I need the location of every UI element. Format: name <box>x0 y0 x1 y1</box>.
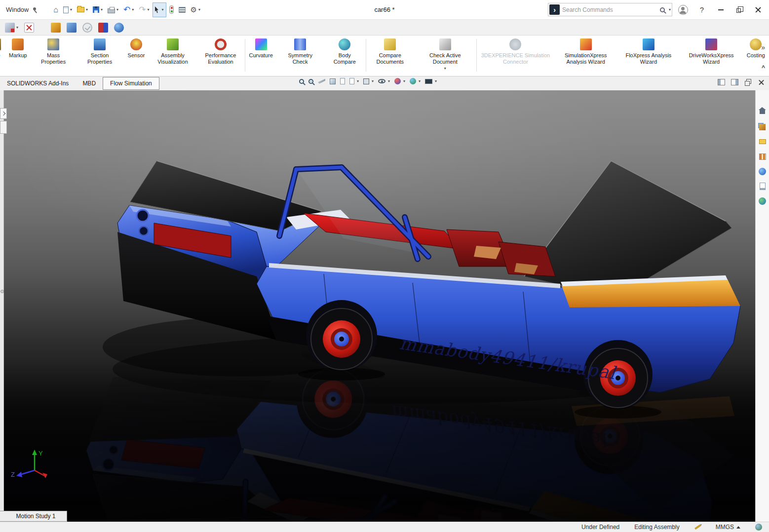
open-button[interactable]: ▾ <box>75 2 90 17</box>
new-view-button[interactable]: ▾ <box>349 78 359 84</box>
save-button[interactable]: ▾ <box>91 2 105 17</box>
ribbon-item-symmetry-check[interactable]: Symmetry Check <box>277 36 324 65</box>
options-button[interactable]: ⚙▾ <box>189 2 202 17</box>
undo-icon: ↶ <box>123 5 130 14</box>
view-orientation-button[interactable] <box>330 78 336 84</box>
task-pane-toolbox-button[interactable] <box>757 121 769 133</box>
close-button[interactable] <box>750 2 766 18</box>
section-view-button[interactable] <box>318 79 325 84</box>
view-orientation-icon <box>330 78 336 84</box>
compare-tool-button[interactable] <box>96 20 110 35</box>
task-pane-resources-button[interactable] <box>757 195 769 207</box>
next-pane-button[interactable] <box>731 79 738 85</box>
task-pane-home-button[interactable] <box>757 106 769 118</box>
zoom-fit-icon <box>299 79 304 84</box>
left-panel-tab[interactable] <box>0 121 7 134</box>
ribbon-item-performance-evaluation[interactable]: Performance Evaluation <box>197 36 245 65</box>
delete-tool-button[interactable] <box>22 20 36 35</box>
appearance-globe-icon <box>759 168 766 175</box>
units-selector[interactable]: MMGS <box>716 524 740 531</box>
ribbon-item-check-active-document[interactable]: Check Active Document▾ <box>414 36 476 71</box>
ribbon-item-assembly-visualization[interactable]: Assembly Visualization <box>149 36 196 65</box>
motion-study-tab[interactable]: Motion Study 1 <box>0 511 67 522</box>
tab-solidworks-add-ins[interactable]: SOLIDWORKS Add-Ins <box>0 77 76 90</box>
search-icon[interactable] <box>660 7 665 12</box>
edit-appearance-button[interactable]: ▾ <box>394 78 405 84</box>
account-button[interactable] <box>675 2 691 18</box>
list-icon <box>179 7 186 13</box>
tab-mbd[interactable]: MBD <box>76 77 103 90</box>
window-menu[interactable]: Window <box>6 6 29 13</box>
print-button[interactable]: ▾ <box>106 2 120 17</box>
home-button[interactable]: ⌂ <box>51 2 60 17</box>
task-pane-appearances-button[interactable] <box>757 165 769 177</box>
ribbon-item-compare-documents[interactable]: Compare Documents <box>366 36 414 65</box>
undo-button[interactable]: ↶▾ <box>121 2 136 17</box>
redo-button[interactable]: ↷▾ <box>137 2 151 17</box>
ribbon-item-floxpress-wizard[interactable]: FloXpress Analysis Wizard <box>617 36 680 65</box>
restore-pane-button[interactable] <box>744 79 752 85</box>
task-list-button[interactable] <box>177 2 188 17</box>
ribbon-item-curvature[interactable]: Curvature <box>245 36 276 59</box>
splitter-handle[interactable] <box>0 290 4 293</box>
chevron-up-icon <box>736 526 740 529</box>
restore-button[interactable] <box>731 2 747 18</box>
3d-model-canvas[interactable]: mmabody49411/krupal Y Z <box>4 90 755 522</box>
ribbon-item-simulationxpress-wizard[interactable]: SimulationXpress Analysis Wizard <box>554 36 617 65</box>
zoom-fit-button[interactable] <box>299 79 304 84</box>
task-pane-file-explorer-button[interactable] <box>757 136 769 148</box>
appearance-sphere-icon <box>394 78 401 84</box>
pin-icon[interactable] <box>32 6 38 13</box>
search-commands-box[interactable]: › ▾ <box>548 3 672 16</box>
zoom-area-button[interactable] <box>308 79 313 84</box>
previous-pane-button[interactable] <box>718 79 725 85</box>
ribbon-item-section-properties[interactable]: Section Properties <box>76 36 124 65</box>
ribbon-item-sensor[interactable]: Sensor <box>124 36 149 59</box>
title-bar: Window ⌂ ▾ ▾ ▾ ▾ ↶▾ ↷▾ ▾ ⚙▾ car66 * › ▾ … <box>0 0 769 20</box>
chevron-down-icon: ▾ <box>372 79 374 83</box>
component-icon <box>67 23 77 33</box>
ribbon-item-body-compare[interactable]: Body Compare <box>324 36 366 65</box>
tab-flow-simulation[interactable]: Flow Simulation <box>103 77 159 90</box>
delete-icon <box>24 23 34 33</box>
command-manager-ribbon: sure Markup Mass Properties Section Prop… <box>0 36 769 76</box>
ribbon-item-mass-properties[interactable]: Mass Properties <box>31 36 76 65</box>
graphics-area[interactable]: mmabody49411/krupal Y Z <box>0 90 769 522</box>
expand-feature-tree-button[interactable] <box>0 108 7 119</box>
mate-tool-button[interactable] <box>49 20 63 35</box>
simulationxpress-icon <box>580 38 592 50</box>
ribbon-item-3dexperience-simulation-connector: 3DEXPERIENCE Simulation Connector <box>477 36 554 65</box>
annotation-tool-button[interactable]: ▾ <box>3 20 20 35</box>
component-tool-button[interactable] <box>65 20 78 35</box>
restore-icon <box>736 8 741 13</box>
help-button[interactable]: ? <box>694 2 710 18</box>
section-properties-icon <box>94 38 106 50</box>
selection-filter-button[interactable] <box>167 2 176 17</box>
new-document-button[interactable]: ▾ <box>61 2 74 17</box>
close-pane-button[interactable] <box>758 79 765 85</box>
task-pane-custom-properties-button[interactable] <box>757 180 769 192</box>
view-settings-button[interactable]: ▾ <box>425 79 437 84</box>
select-tool-button[interactable]: ▾ <box>153 2 166 17</box>
performance-evaluation-icon <box>215 38 227 50</box>
minimize-icon <box>718 9 724 10</box>
minimize-button[interactable] <box>713 2 729 18</box>
costing-icon <box>750 38 762 50</box>
home-icon <box>760 110 765 114</box>
task-pane-design-library-button[interactable] <box>757 151 769 162</box>
ribbon-item-driveworksxpress-wizard[interactable]: DriveWorksXpress Wizard <box>680 36 743 65</box>
rotate-view-button[interactable] <box>340 78 345 84</box>
search-menu-icon[interactable]: › <box>549 4 560 15</box>
annotation-icon <box>5 23 15 33</box>
apply-scene-button[interactable]: ▾ <box>410 78 421 84</box>
search-input[interactable] <box>562 6 657 13</box>
ribbon-collapse-button[interactable]: ^ <box>762 64 765 71</box>
display-style-button[interactable]: ▾ <box>363 78 374 84</box>
hide-show-items-button[interactable]: ▾ <box>378 79 390 83</box>
ribbon-item-markup[interactable]: Markup <box>5 36 31 59</box>
ribbon-item-measure[interactable]: sure <box>0 36 5 59</box>
confirm-button[interactable] <box>80 20 94 35</box>
chevron-down-icon[interactable]: ▾ <box>669 8 671 12</box>
ribbon-overflow-button[interactable]: » <box>761 43 765 51</box>
sphere-tool-button[interactable] <box>112 20 126 35</box>
